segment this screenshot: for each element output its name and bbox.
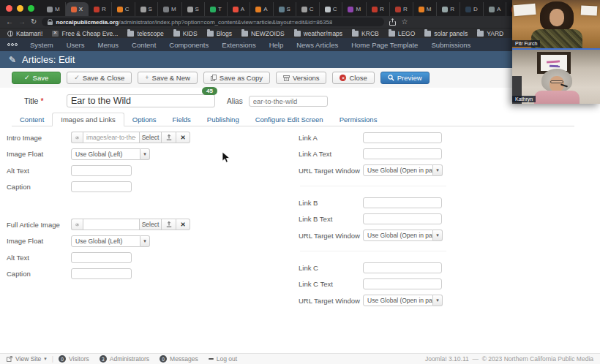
bookmark-item[interactable]: NEWZOIDS [241, 30, 285, 37]
browser-tab[interactable]: R [89, 2, 112, 16]
edit-tab[interactable]: Publishing [199, 113, 247, 126]
window-minimize-button[interactable] [17, 5, 23, 12]
bookmark-item[interactable]: Free & Cheap Eve... [52, 30, 118, 37]
caption-input[interactable] [71, 268, 132, 279]
edit-tab[interactable]: Fields [165, 113, 199, 126]
close-button[interactable]: ✕Close [332, 72, 374, 84]
bookmark-item[interactable]: solar panels [424, 30, 468, 37]
status-counter[interactable]: 3 Administrators [100, 355, 149, 363]
link-c-text-input[interactable] [363, 278, 442, 289]
browser-tab[interactable]: X [66, 2, 89, 16]
alias-input[interactable] [249, 96, 328, 107]
admin-menu-item[interactable]: Submissions [424, 41, 477, 49]
full-article-image-clear-button[interactable]: ✕ [176, 219, 190, 230]
extension-icon[interactable] [449, 19, 455, 26]
intro-image-input[interactable] [83, 132, 140, 143]
admin-menu-item[interactable]: Extensions [215, 41, 262, 49]
browser-tab[interactable]: A [484, 2, 506, 16]
address-bar[interactable]: norcalpublicmedia.org/administrator/inde… [42, 18, 384, 26]
window-close-button[interactable] [6, 5, 12, 12]
extension-icon[interactable] [427, 19, 433, 26]
logout-button[interactable]: Log out [209, 355, 237, 363]
view-site-button[interactable]: View Site ▾ [7, 355, 47, 363]
admin-menu-item[interactable]: Home Page Template [345, 41, 424, 49]
browser-tab[interactable]: C [320, 2, 343, 16]
browser-tab[interactable]: M [342, 2, 367, 16]
extension-icon[interactable] [416, 19, 422, 26]
url-target-select[interactable]: Use Global (Open in parent w... ▾ [363, 295, 443, 306]
extension-icon[interactable] [460, 19, 466, 26]
link-b-input[interactable] [363, 197, 442, 208]
window-zoom-button[interactable] [28, 5, 34, 12]
save-and-new-button[interactable]: +Save & New [138, 72, 198, 84]
link-c-input[interactable] [363, 262, 442, 273]
preview-button[interactable]: Preview [380, 72, 430, 84]
admin-menu-item[interactable]: News Articles [290, 41, 345, 49]
full-article-image-input[interactable] [83, 219, 140, 230]
browser-tab[interactable]: R [437, 2, 460, 16]
browser-tab[interactable]: C [112, 2, 135, 16]
media-preview-eye-button[interactable] [71, 219, 83, 230]
browser-tab[interactable]: R [390, 2, 413, 16]
alt-text-input[interactable] [71, 165, 132, 176]
browser-tab[interactable]: M [158, 2, 182, 16]
bookmark-item[interactable]: telescope [127, 30, 163, 37]
intro-image-upload-button[interactable] [162, 132, 176, 143]
edit-tab[interactable]: Permissions [331, 113, 386, 126]
image-float-select[interactable]: Use Global (Left) ▾ [71, 148, 150, 160]
url-target-select[interactable]: Use Global (Open in parent w... ▾ [363, 164, 443, 176]
bookmark-star-icon[interactable]: ☆ [401, 18, 408, 26]
full-article-image-upload-button[interactable] [162, 219, 176, 230]
status-counter[interactable]: 0 Messages [160, 355, 198, 363]
link-b-text-input[interactable] [363, 213, 442, 224]
edit-tab[interactable]: Configure Edit Screen [247, 113, 331, 126]
admin-menu-item[interactable]: Menus [91, 41, 126, 49]
share-icon[interactable] [389, 18, 396, 26]
browser-tab[interactable]: M [42, 2, 66, 16]
bookmark-item[interactable]: Katamari! [7, 30, 42, 37]
intro-image-select-button[interactable]: Select [140, 132, 162, 143]
status-counter[interactable]: 0 Visitors [59, 355, 89, 363]
reload-button[interactable]: ↻ [31, 18, 37, 26]
link-a-input[interactable] [363, 132, 442, 143]
alt-text-input[interactable] [71, 252, 132, 263]
bookmark-item[interactable]: KRCB [352, 30, 379, 37]
full-article-image-select-button[interactable]: Select [140, 219, 162, 230]
bookmark-item[interactable]: weather/maps [294, 30, 342, 37]
browser-tab[interactable]: S [182, 2, 205, 16]
admin-menu-item[interactable]: Components [162, 41, 215, 49]
browser-tab[interactable]: C [296, 2, 320, 16]
save-as-copy-button[interactable]: Save as Copy [203, 72, 270, 84]
edit-tab[interactable]: Images and Links [52, 113, 124, 126]
browser-tab[interactable]: D [460, 2, 484, 16]
bookmark-item[interactable]: Blogs [207, 30, 232, 37]
browser-tab[interactable]: S [135, 2, 158, 16]
forward-button[interactable]: → [18, 18, 26, 26]
video-participant-1[interactable]: Pitr Furch [512, 0, 600, 48]
admin-menu-item[interactable]: Content [125, 41, 162, 49]
admin-menu-item[interactable]: Help [263, 41, 290, 49]
edit-tab[interactable]: Content [12, 113, 52, 126]
browser-tab[interactable]: A [250, 2, 273, 16]
versions-button[interactable]: Versions [276, 72, 326, 84]
video-participant-2[interactable]: Kathryn [512, 48, 600, 104]
title-input[interactable] [67, 94, 215, 107]
browser-tab[interactable]: R [367, 2, 390, 16]
back-button[interactable]: ← [6, 18, 13, 26]
extension-icon[interactable] [438, 19, 444, 26]
url-target-select[interactable]: Use Global (Open in parent w... ▾ [363, 230, 443, 241]
video-call-overlay[interactable]: Pitr Furch Kathryn [512, 0, 600, 104]
browser-tab[interactable]: T [205, 2, 228, 16]
caption-input[interactable] [71, 181, 132, 192]
edit-tab[interactable]: Options [124, 113, 165, 126]
bookmark-item[interactable]: LEGO [389, 30, 416, 37]
browser-tab[interactable]: S [274, 2, 296, 16]
bookmark-item[interactable]: YARD [477, 30, 503, 37]
save-and-close-button[interactable]: ✓Save & Close [67, 72, 132, 84]
admin-menu-item[interactable]: Users [60, 41, 91, 49]
intro-image-clear-button[interactable]: ✕ [176, 132, 190, 143]
link-a-text-input[interactable] [363, 148, 442, 159]
bookmark-item[interactable]: KIDS [173, 30, 198, 37]
image-float-select[interactable]: Use Global (Left) ▾ [71, 235, 150, 247]
browser-tab[interactable]: A [228, 2, 250, 16]
